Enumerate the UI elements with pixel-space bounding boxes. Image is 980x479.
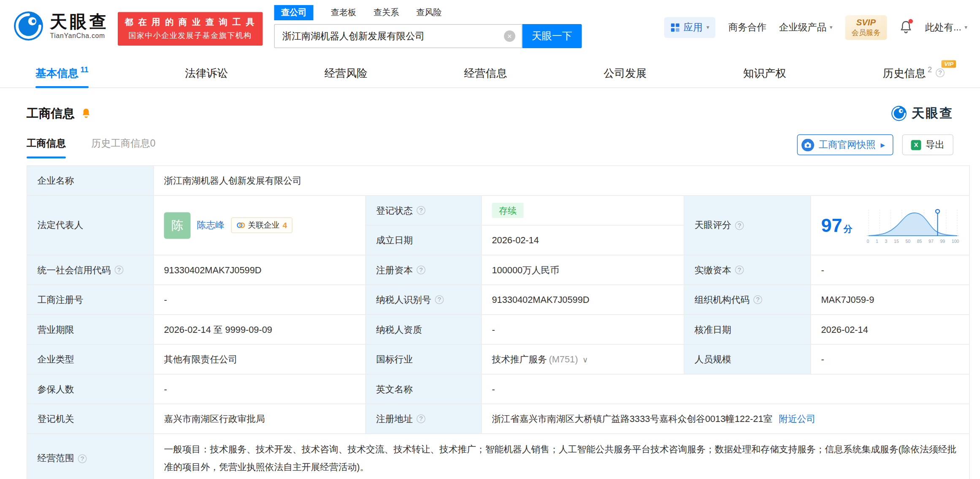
business-scope-value: 一般项目：技术服务、技术开发、技术咨询、技术交流、技术转让、技术推广；智能机器人… (154, 434, 970, 479)
tab-legal-proceedings[interactable]: 法律诉讼 (185, 58, 228, 87)
reg-capital-value: 100000万人民币 (482, 255, 684, 285)
tianyancha-logo-icon (13, 10, 44, 42)
svip-member-button[interactable]: SVIP 会员服务 (845, 15, 887, 40)
table-row: 工商注册号 - 纳税人识别号? 91330402MAK7J0599D 组织机构代… (27, 285, 970, 315)
tab-label: 经营信息 (464, 65, 507, 80)
help-icon[interactable]: ? (417, 206, 425, 215)
help-icon[interactable]: ? (753, 295, 762, 304)
avatar[interactable]: 陈 (164, 212, 191, 239)
credit-code-value: 91330402MAK7J0599D (154, 255, 366, 285)
registry-label: 登记机关 (27, 404, 154, 434)
legal-rep-label: 法定代表人 (27, 196, 154, 255)
company-type-value: 其他有限责任公司 (154, 344, 366, 374)
registry-value: 嘉兴市南湖区行政审批局 (154, 404, 366, 434)
official-snapshot-button[interactable]: 工商官网快照 ▶ (797, 134, 893, 155)
tab-label: 基本信息 (35, 65, 79, 80)
logo-text-block: 天眼查 TianYanCha.com (50, 13, 109, 40)
industry-code: (M751) (549, 354, 578, 364)
paid-capital-label: 实缴资本? (684, 255, 811, 285)
logo-subtitle: TianYanCha.com (50, 32, 109, 39)
search-input[interactable] (275, 31, 522, 42)
taxpayer-quality-label: 纳税人资质 (365, 315, 482, 345)
score-label: 天眼评分? (684, 196, 811, 255)
tab-label: 经营风险 (325, 65, 368, 80)
subtab-business-info[interactable]: 工商信息 (27, 136, 66, 158)
address-value: 浙江省嘉兴市南湖区大桥镇广益路3333号嘉科众创谷0013幢122-21室附近公… (482, 404, 970, 434)
tab-intellectual-property[interactable]: 知识产权 (743, 58, 786, 87)
related-companies-badge[interactable]: 关联企业 4 (231, 218, 293, 234)
table-row: 企业类型 其他有限责任公司 国标行业 技术推广服务(M751)∨ 人员规模 - (27, 344, 970, 374)
help-icon[interactable]: ? (78, 454, 87, 463)
tab-label: 历史信息 (883, 65, 926, 80)
tab-company-development[interactable]: 公司发展 (604, 58, 647, 87)
approval-date-value: 2026-02-14 (811, 315, 970, 345)
chart-x-ticks: 01 315 5085 9799 100 (867, 239, 959, 243)
tianyancha-watermark-icon (891, 105, 907, 121)
logo-title: 天眼查 (50, 13, 109, 31)
business-cooperation-link[interactable]: 商务合作 (728, 22, 766, 34)
insured-count-value: - (154, 374, 366, 404)
excel-icon: X (911, 140, 921, 150)
play-icon: ▶ (881, 142, 885, 148)
monitor-bell-icon[interactable] (81, 108, 91, 119)
nearby-companies-link[interactable]: 附近公司 (779, 414, 815, 424)
apps-label: 应用 (684, 22, 703, 34)
expand-icon[interactable]: ∨ (582, 355, 588, 364)
notification-bell-icon[interactable] (899, 21, 912, 35)
svip-subtitle: 会员服务 (851, 29, 880, 38)
user-menu[interactable]: 此处有... ▾ (925, 22, 967, 34)
search-button[interactable]: 天眼一下 (522, 24, 582, 48)
tab-label: 法律诉讼 (185, 65, 228, 80)
search-tab-risk[interactable]: 查风险 (416, 7, 442, 19)
business-scope-label: 经营范围? (27, 434, 154, 479)
business-term-value: 2026-02-14 至 9999-09-09 (154, 315, 366, 345)
header: 天眼查 TianYanCha.com 都 在 用 的 商 业 查 询 工 具 国… (0, 0, 980, 58)
apps-button[interactable]: 应用 ▾ (664, 17, 715, 38)
company-nav-tabs: 基本信息 11 法律诉讼 经营风险 经营信息 公司发展 知识产权 历史信息 2 … (0, 58, 980, 88)
business-term-label: 营业期限 (27, 315, 154, 345)
help-icon[interactable]: ? (417, 414, 425, 423)
industry-label: 国标行业 (365, 344, 482, 374)
score-cell: 97分 (811, 196, 970, 255)
search-tab-boss[interactable]: 查老板 (330, 7, 356, 19)
clear-icon[interactable]: × (504, 30, 515, 42)
table-row: 统一社会信用代码? 91330402MAK7J0599D 注册资本? 10000… (27, 255, 970, 285)
tab-count: 11 (81, 65, 89, 74)
search-box: × 天眼一下 (274, 24, 582, 48)
search-area: 查公司 查老板 查关系 查风险 × 天眼一下 (274, 5, 582, 48)
tab-history-info[interactable]: 历史信息 2 ? VIP (883, 58, 945, 87)
help-icon[interactable]: ? (735, 266, 744, 275)
table-row: 法定代表人 陈 陈志峰 关联企业 4 登记状态? (27, 196, 970, 226)
org-code-value: MAK7J059-9 (811, 285, 970, 315)
page: 天眼查 TianYanCha.com 都 在 用 的 商 业 查 询 工 具 国… (0, 0, 980, 479)
enterprise-products-menu[interactable]: 企业级产品 ▾ (779, 22, 833, 34)
legal-rep-link[interactable]: 陈志峰 (197, 219, 225, 231)
tianyancha-logo[interactable]: 天眼查 TianYanCha.com (13, 10, 109, 42)
help-icon[interactable]: ? (936, 68, 945, 77)
subtab-history-business-info[interactable]: 历史工商信息0 (91, 136, 155, 158)
help-icon[interactable]: ? (435, 295, 444, 304)
tab-basic-info[interactable]: 基本信息 11 (35, 58, 89, 87)
search-input-wrap: × (274, 24, 522, 48)
chevron-down-icon: ▾ (707, 24, 709, 31)
help-icon[interactable]: ? (417, 266, 425, 275)
tab-label: 公司发展 (604, 65, 647, 80)
export-button[interactable]: X 导出 (902, 134, 954, 155)
help-icon[interactable]: ? (115, 266, 124, 275)
tab-operation-info[interactable]: 经营信息 (464, 58, 507, 87)
credit-code-label: 统一社会信用代码? (27, 255, 154, 285)
reg-capital-label: 注册资本? (365, 255, 482, 285)
help-icon[interactable]: ? (735, 221, 744, 230)
grid-icon (670, 23, 680, 33)
reg-number-value: - (154, 285, 366, 315)
search-tab-relation[interactable]: 查关系 (374, 7, 399, 19)
tab-operation-risk[interactable]: 经营风险 (325, 58, 368, 87)
tab-count: 2 (928, 65, 932, 74)
promo-line2: 国家中小企业发展子基金旗下机构 (125, 30, 256, 41)
status-badge: 存续 (492, 203, 524, 218)
search-tab-company[interactable]: 查公司 (274, 5, 314, 20)
active-subtab-underline (27, 156, 66, 158)
company-type-label: 企业类型 (27, 344, 154, 374)
score-distribution-chart: 01 315 5085 9799 100 (867, 207, 959, 243)
reg-status-label: 登记状态? (365, 196, 482, 226)
